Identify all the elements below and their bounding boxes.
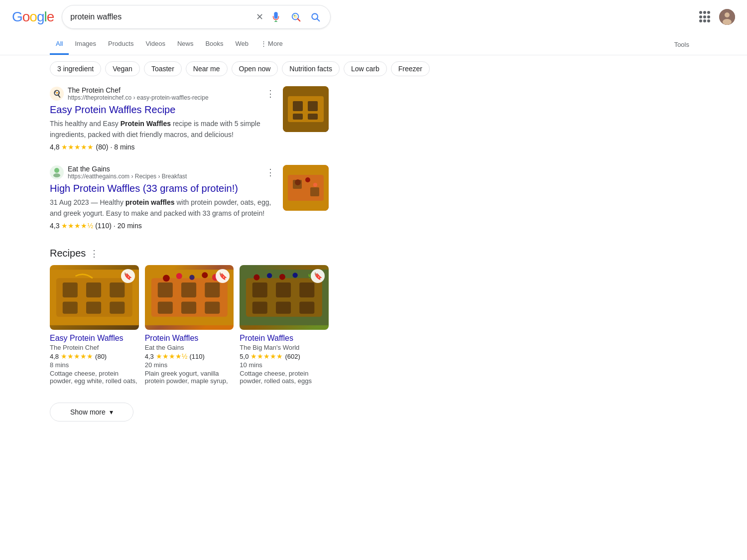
result-2-rating: 4,3 ★★★★½ (110) · 20 mins — [50, 222, 275, 230]
svg-point-21 — [53, 173, 60, 177]
svg-rect-58 — [300, 302, 315, 314]
chip-3-ingredient[interactable]: 3 ingredient — [50, 61, 101, 76]
svg-point-60 — [267, 273, 272, 278]
tab-products[interactable]: Products — [102, 34, 139, 55]
logo-letter-o2: o — [29, 9, 37, 25]
result-1-source: 🍳 The Protein Chef https://theproteinche… — [50, 86, 275, 101]
chip-near-me[interactable]: Near me — [186, 61, 228, 76]
tab-images[interactable]: Images — [69, 34, 102, 55]
svg-rect-57 — [276, 302, 291, 314]
header-right — [699, 9, 735, 25]
result-1-thumbnail[interactable] — [283, 86, 329, 132]
result-2-source-info: Eat the Gains https://eatthegains.com › … — [68, 165, 187, 180]
svg-rect-28 — [310, 187, 319, 196]
recipe-1-ingredients: Cottage cheese, protein powder, egg whit… — [50, 370, 139, 385]
avatar-image — [719, 9, 735, 25]
svg-point-5 — [294, 14, 296, 16]
svg-rect-35 — [86, 302, 101, 314]
tab-videos[interactable]: Videos — [139, 34, 171, 55]
recipes-section: Recipes ⋮ 🔖 Easy Prot — [0, 248, 378, 385]
user-avatar[interactable] — [719, 9, 735, 25]
result-2-favicon — [50, 165, 64, 179]
recipe-2-title[interactable]: Protein Waffles — [145, 334, 234, 343]
apps-dot — [699, 15, 702, 18]
recipe-card[interactable]: 🌿 🔖 Protein Waffles The Big Man's World … — [240, 265, 329, 385]
recipe-1-source: The Protein Chef — [50, 344, 139, 351]
tools-button[interactable]: Tools — [666, 35, 697, 54]
svg-point-62 — [293, 273, 298, 278]
search-submit-button[interactable] — [308, 10, 322, 24]
svg-rect-54 — [276, 282, 291, 297]
recipe-1-time: 8 mins — [50, 361, 139, 369]
recipe-3-time: 10 mins — [240, 361, 329, 369]
recipe-card[interactable]: 🔖 Easy Protein Waffles The Protein Chef … — [50, 265, 139, 385]
tab-all[interactable]: All — [50, 34, 69, 55]
mic-icon — [270, 11, 281, 22]
svg-rect-36 — [110, 302, 124, 314]
chip-low-carb[interactable]: Low carb — [344, 61, 387, 76]
chip-vegan[interactable]: Vegan — [105, 61, 140, 76]
mic-button[interactable] — [268, 9, 283, 24]
result-1-options-button[interactable]: ⋮ — [266, 88, 275, 99]
search-input[interactable] — [70, 12, 252, 21]
result-1-rating-value: 4,8 — [50, 143, 59, 151]
nav-tabs: All Images Products Videos News Books We… — [0, 34, 747, 55]
tab-news[interactable]: News — [171, 34, 200, 55]
filter-chips: 3 ingredient Vegan Toaster Near me Open … — [0, 55, 747, 82]
recipe-card[interactable]: 🔖 Protein Waffles Eat the Gains 4,3 ★★★★… — [145, 265, 234, 385]
logo-letter-o1: o — [22, 9, 30, 25]
search-results: 🍳 The Protein Chef https://theproteinche… — [0, 82, 378, 248]
chip-nutrition-facts[interactable]: Nutrition facts — [282, 61, 340, 76]
lens-button[interactable] — [288, 9, 303, 24]
recipes-options-button[interactable]: ⋮ — [90, 248, 99, 259]
result-1-content: 🍳 The Protein Chef https://theproteinche… — [50, 86, 275, 151]
recipe-cards: 🔖 Easy Protein Waffles The Protein Chef … — [50, 265, 329, 385]
google-logo[interactable]: Google — [12, 9, 54, 25]
show-more-container: Show more ▾ — [0, 395, 329, 429]
result-1-title[interactable]: Easy Protein Waffles Recipe — [50, 104, 175, 115]
recipe-2-image: 🔖 — [145, 265, 234, 330]
apps-button[interactable] — [699, 11, 711, 23]
svg-rect-31 — [63, 282, 78, 297]
recipe-2-time: 20 mins — [145, 361, 234, 369]
recipe-2-rating-value: 4,3 — [145, 353, 154, 360]
result-1-dot-separator: · — [110, 143, 112, 151]
show-more-button[interactable]: Show more ▾ — [50, 403, 133, 421]
tab-web-label: Web — [236, 40, 249, 47]
svg-point-25 — [305, 177, 310, 182]
recipe-1-review-count: (80) — [95, 353, 107, 360]
tab-products-label: Products — [108, 40, 133, 47]
recipe-1-title[interactable]: Easy Protein Waffles — [50, 334, 139, 343]
recipe-1-rating: 4,8 ★★★★★ (80) — [50, 352, 139, 360]
svg-line-7 — [317, 19, 320, 21]
clear-button[interactable]: ✕ — [256, 11, 263, 22]
chip-open-now[interactable]: Open now — [232, 61, 278, 76]
tab-books[interactable]: Books — [199, 34, 229, 55]
svg-point-10 — [723, 19, 732, 25]
svg-rect-18 — [308, 114, 318, 120]
result-2-options-button[interactable]: ⋮ — [266, 167, 275, 178]
apps-dot — [707, 19, 710, 22]
logo-letter-g: G — [12, 9, 22, 25]
chip-freezer[interactable]: Freezer — [391, 61, 430, 76]
recipe-1-bookmark[interactable]: 🔖 — [121, 269, 135, 283]
tab-web[interactable]: Web — [230, 34, 255, 55]
apps-dot — [703, 15, 706, 18]
result-2-content: Eat the Gains https://eatthegains.com › … — [50, 165, 275, 230]
result-1-source-url: https://theproteinchef.co › easy-protein… — [68, 94, 209, 101]
recipe-2-stars: ★★★★½ — [156, 352, 188, 360]
more-dots-icon: ⋮ — [260, 40, 267, 47]
chevron-down-icon: ▾ — [110, 408, 113, 416]
apps-dot — [707, 15, 710, 18]
recipe-2-rating: 4,3 ★★★★½ (110) — [145, 352, 234, 360]
result-2-thumbnail[interactable] — [283, 165, 329, 211]
result-2-title[interactable]: High Protein Waffles (33 grams of protei… — [50, 183, 238, 194]
tab-more[interactable]: ⋮ More — [254, 34, 289, 55]
recipe-3-title[interactable]: Protein Waffles — [240, 334, 329, 343]
chip-toaster[interactable]: Toaster — [144, 61, 182, 76]
result-2-rating-value: 4,3 — [50, 222, 59, 230]
result-1-rating: 4,8 ★★★★★ (80) · 8 mins — [50, 143, 275, 151]
svg-rect-56 — [252, 302, 267, 314]
result-item: Eat the Gains https://eatthegains.com › … — [50, 165, 329, 230]
recipe-3-rating: 5,0 ★★★★★ (602) — [240, 352, 329, 360]
